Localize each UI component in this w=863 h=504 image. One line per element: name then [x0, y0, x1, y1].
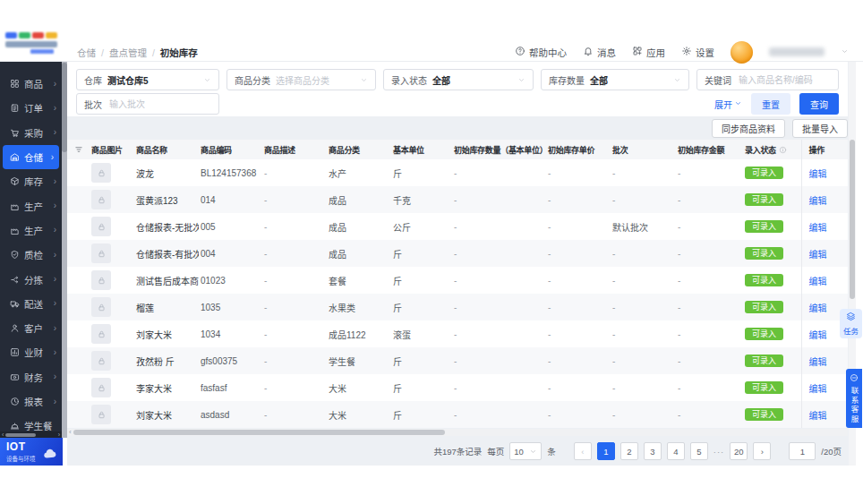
- warehouse-select[interactable]: 仓库 测试仓库5: [76, 69, 219, 90]
- chevron-down-icon[interactable]: [841, 47, 849, 57]
- cell-initial-amount: -: [676, 186, 743, 213]
- tasks-float-button[interactable]: 任务: [840, 309, 862, 338]
- edit-link[interactable]: 编辑: [809, 357, 827, 367]
- cell-initial-qty: -: [452, 213, 546, 240]
- breadcrumb-parent[interactable]: 盘点管理: [109, 46, 147, 59]
- page-number-button[interactable]: 4: [667, 442, 685, 460]
- contact-service-float-button[interactable]: 联系客服: [846, 369, 862, 428]
- expand-filters-link[interactable]: 展开: [714, 98, 742, 111]
- chevron-right-icon: ›: [51, 153, 54, 162]
- sidebar-item-production2[interactable]: 生产›: [0, 218, 62, 243]
- entry-status-select[interactable]: 录入状态 全部: [383, 69, 534, 90]
- cell-product-name: 测试售后成本商品: [134, 267, 199, 294]
- batch-import-button[interactable]: 批量导入: [792, 119, 848, 138]
- cell-product-name: 刘家大米: [134, 401, 199, 428]
- scrollbar-thumb[interactable]: [5, 433, 36, 437]
- cell-initial-price: -: [546, 401, 611, 428]
- sidebar-item-orders[interactable]: 订单›: [0, 96, 62, 120]
- edit-link[interactable]: 编辑: [809, 250, 827, 260]
- app-logo[interactable]: [5, 32, 64, 56]
- edit-link[interactable]: 编辑: [809, 169, 827, 179]
- sidebar-horizontal-scrollbar[interactable]: ‹ ›: [0, 431, 62, 438]
- chevron-down-icon: [734, 99, 742, 109]
- next-page-button[interactable]: ›: [753, 442, 771, 460]
- sidebar-item-sorting[interactable]: 分拣›: [0, 267, 62, 291]
- cell-unit: 斤: [391, 347, 452, 374]
- avatar[interactable]: [731, 41, 753, 64]
- cell-product-image: [90, 159, 134, 186]
- cell-initial-price: -: [546, 294, 611, 320]
- sidebar-item-finance[interactable]: 财务›: [0, 365, 62, 389]
- chevron-right-icon: ›: [54, 226, 56, 235]
- sidebar-item-label: 质检: [24, 248, 43, 261]
- scroll-right-arrow[interactable]: ›: [56, 431, 62, 438]
- scrollbar-thumb[interactable]: [73, 430, 445, 435]
- page-ellipsis[interactable]: ···: [713, 447, 725, 457]
- cell-unit: 千克: [391, 186, 452, 213]
- sidebar-item-student-meal[interactable]: 学生餐: [0, 414, 62, 431]
- warehouse-icon: [10, 152, 20, 162]
- cell-batch: 默认批次: [611, 213, 676, 240]
- sidebar-item-goods[interactable]: 商品›: [0, 72, 62, 96]
- sidebar-vertical-scrollbar[interactable]: [62, 61, 67, 438]
- scrollbar-thumb[interactable]: [62, 63, 67, 152]
- info-icon[interactable]: [779, 146, 787, 154]
- reset-button[interactable]: 重置: [751, 93, 790, 115]
- cell-initial-price: -: [546, 267, 611, 294]
- sidebar-item-delivery[interactable]: 配送›: [0, 292, 62, 316]
- scroll-left-arrow[interactable]: ‹: [67, 429, 73, 436]
- status-badge: 可录入: [745, 220, 783, 233]
- batch-input[interactable]: [107, 98, 211, 110]
- settings-button[interactable]: 设置: [681, 46, 714, 59]
- apps-button[interactable]: 应用: [632, 46, 665, 59]
- sidebar-item-customer[interactable]: 客户›: [0, 316, 62, 340]
- cell-product-image: [90, 294, 134, 320]
- sidebar-item-reports[interactable]: 报表›: [0, 389, 62, 414]
- scrollbar-thumb[interactable]: [850, 140, 855, 299]
- cell-status: 可录入: [743, 240, 801, 267]
- edit-link[interactable]: 编辑: [809, 277, 827, 286]
- edit-link[interactable]: 编辑: [809, 303, 827, 313]
- sidebar-item-warehouse[interactable]: 仓储›: [3, 145, 59, 169]
- table-horizontal-scrollbar[interactable]: ‹: [67, 429, 848, 436]
- column-header-category: 商品分类: [327, 140, 391, 159]
- edit-link[interactable]: 编辑: [809, 411, 827, 421]
- sidebar-item-label: 学生餐: [24, 419, 53, 431]
- column-settings-icon[interactable]: [69, 145, 88, 154]
- breadcrumb-root[interactable]: 仓储: [77, 46, 96, 59]
- page-number-button[interactable]: 1: [597, 442, 615, 460]
- chevron-right-icon: ›: [54, 397, 56, 406]
- sidebar-item-bizfinance[interactable]: 业财›: [0, 340, 62, 364]
- category-select[interactable]: 商品分类 选择商品分类: [226, 69, 376, 90]
- prev-page-button[interactable]: ‹: [574, 442, 592, 460]
- page-number-button[interactable]: 5: [690, 442, 708, 460]
- messages-button[interactable]: 消息: [583, 46, 616, 59]
- page-jump-input[interactable]: 1: [789, 442, 816, 460]
- column-header-action: 操作: [801, 140, 848, 159]
- image-placeholder-icon: [91, 270, 111, 290]
- sync-products-button[interactable]: 同步商品资料: [712, 119, 785, 138]
- per-page-select[interactable]: 10: [509, 442, 542, 460]
- sidebar-item-label: 仓储: [24, 150, 43, 164]
- page-number-button[interactable]: 20: [730, 442, 748, 460]
- stock-qty-select[interactable]: 库存数量 全部: [541, 69, 689, 90]
- page-number-list: 12345···20: [597, 442, 748, 460]
- edit-link[interactable]: 编辑: [809, 384, 827, 394]
- cell-product-name: 孜然粉 斤: [134, 347, 199, 374]
- keyword-input[interactable]: [737, 74, 831, 86]
- edit-link[interactable]: 编辑: [809, 196, 827, 206]
- column-header-qty: 初始库存数量（基本单位）: [452, 140, 546, 159]
- cell-unit: 滚蛋: [391, 320, 452, 347]
- sidebar-item-stock[interactable]: 库存›: [0, 169, 62, 193]
- cell-product-desc: -: [262, 320, 327, 347]
- edit-link[interactable]: 编辑: [809, 330, 827, 340]
- edit-link[interactable]: 编辑: [809, 223, 827, 233]
- sidebar-item-production[interactable]: 生产›: [0, 193, 62, 218]
- sidebar-item-purchase[interactable]: 采购›: [0, 121, 62, 145]
- sidebar-item-qc[interactable]: 质检›: [0, 243, 62, 267]
- page-number-button[interactable]: 2: [620, 442, 638, 460]
- help-center-button[interactable]: 帮助中心: [515, 46, 567, 59]
- search-button[interactable]: 查询: [799, 93, 839, 115]
- cell-initial-amount: -: [676, 240, 743, 267]
- page-number-button[interactable]: 3: [644, 442, 662, 460]
